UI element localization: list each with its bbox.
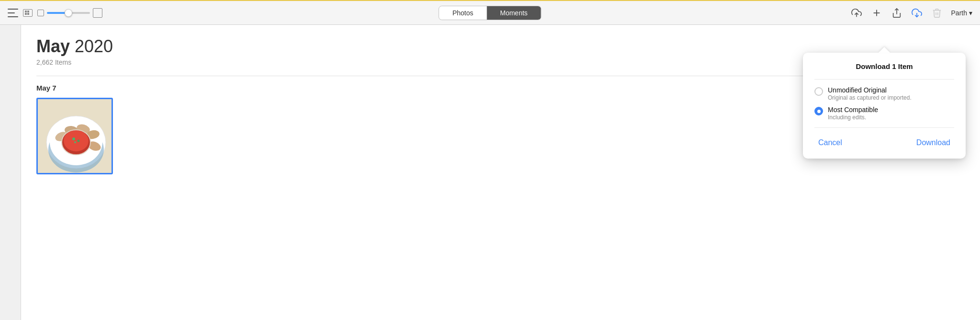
download-button[interactable]: Download (913, 137, 954, 149)
share-icon[interactable] (891, 7, 902, 19)
popup-bottom-divider (814, 127, 954, 128)
radio-unmodified-sublabel: Original as captured or imported. (828, 94, 912, 101)
photo-thumbnail[interactable] (36, 98, 113, 174)
svg-rect-3 (27, 13, 29, 15)
svg-point-21 (78, 140, 80, 142)
sidebar-toggle-icon[interactable] (8, 9, 18, 17)
zoom-slider-container (37, 8, 102, 18)
popup-actions: Cancel Download (814, 135, 954, 149)
svg-rect-2 (25, 13, 27, 15)
toolbar-right: Parth ▾ (490, 7, 972, 19)
zoom-large-icon (93, 8, 102, 18)
tab-photos[interactable]: Photos (439, 6, 487, 20)
add-icon[interactable] (871, 7, 882, 19)
content-area: May 2020 2,662 Items May 7 (21, 25, 980, 320)
user-chevron: ▾ (969, 9, 972, 17)
tab-group: Photos Moments (438, 6, 541, 20)
radio-most-compatible-text: Most Compatible Including edits. (828, 106, 878, 121)
svg-point-22 (74, 141, 76, 143)
radio-unmodified-circle[interactable] (814, 87, 823, 96)
radio-unmodified-text: Unmodified Original Original as captured… (828, 86, 912, 101)
trash-icon[interactable] (931, 7, 943, 19)
svg-point-20 (72, 137, 75, 140)
radio-most-compatible-circle[interactable] (814, 107, 823, 115)
radio-most-compatible-sublabel: Including edits. (828, 114, 878, 121)
main-content: May 2020 2,662 Items May 7 (0, 25, 980, 320)
popup-arrow (879, 47, 890, 53)
download-popup: Download 1 Item Unmodified Original Orig… (803, 53, 966, 159)
zoom-small-icon (37, 10, 44, 16)
svg-rect-0 (25, 11, 27, 12)
user-name: Parth (951, 9, 967, 17)
sidebar (0, 25, 21, 320)
tab-moments[interactable]: Moments (487, 6, 541, 20)
thumbnail-view-icon[interactable] (23, 9, 33, 17)
zoom-slider[interactable] (47, 12, 90, 14)
svg-point-19 (64, 130, 89, 151)
radio-option-unmodified[interactable]: Unmodified Original Original as captured… (814, 86, 954, 101)
user-profile[interactable]: Parth ▾ (951, 9, 972, 17)
upload-cloud-icon[interactable] (851, 7, 862, 19)
radio-option-most-compatible[interactable]: Most Compatible Including edits. (814, 106, 954, 121)
cancel-button[interactable]: Cancel (814, 137, 846, 149)
toolbar: Photos Moments (0, 0, 980, 25)
radio-unmodified-label: Unmodified Original (828, 86, 912, 94)
radio-most-compatible-label: Most Compatible (828, 106, 878, 114)
popup-top-divider (814, 79, 954, 80)
toolbar-left (8, 8, 490, 18)
popup-title: Download 1 Item (814, 62, 954, 70)
svg-rect-1 (27, 11, 29, 12)
download-cloud-icon[interactable] (911, 7, 923, 19)
